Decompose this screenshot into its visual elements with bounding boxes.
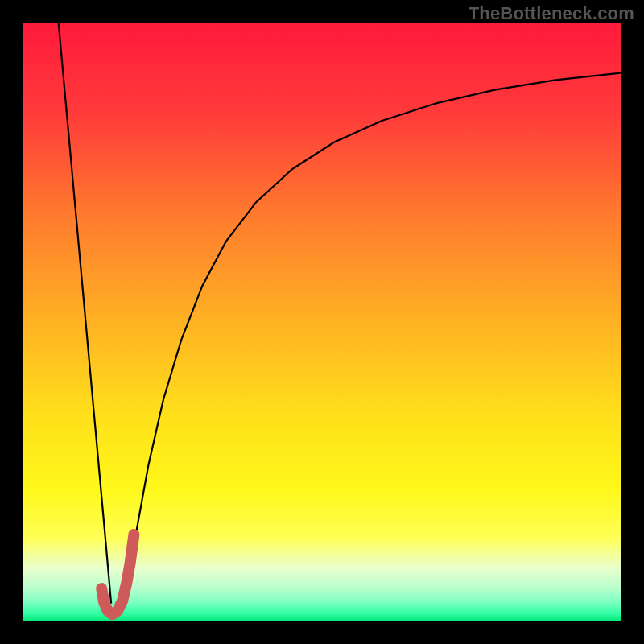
chart-svg [23, 23, 621, 621]
chart-frame: TheBottleneck.com [0, 0, 644, 644]
watermark-label: TheBottleneck.com [469, 3, 634, 24]
plot-area [23, 23, 621, 621]
gradient-background [23, 23, 621, 621]
